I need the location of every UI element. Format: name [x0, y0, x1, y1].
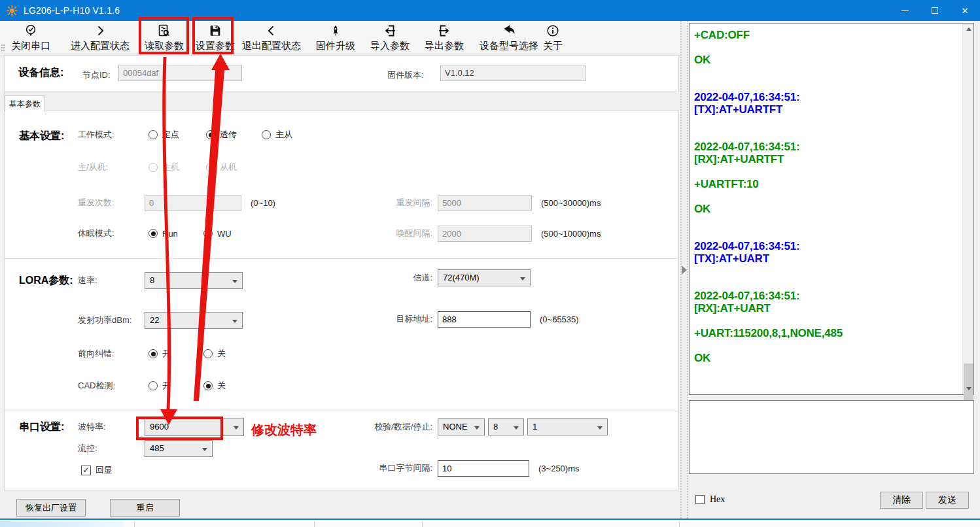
factory-reset-button[interactable]: 恢复出厂设置 [16, 499, 86, 517]
toolbar-label: 退出配置状态 [239, 40, 304, 52]
tx-power-label: 发射功率dBm: [78, 314, 145, 326]
toolbar-label: 设置参数 [194, 40, 236, 52]
toolbar-exit-config-button[interactable]: 退出配置状态 [239, 23, 304, 52]
radio-master-slave-mode[interactable]: 主从 [262, 129, 292, 141]
target-address-input[interactable]: 888 [438, 311, 531, 328]
byte-interval-hint: (3~250)ms [538, 464, 580, 473]
chevron-down-icon [514, 426, 519, 430]
byte-interval-label: 串口字节间隔: [369, 462, 432, 474]
device-info-title: 设备信息: [18, 66, 63, 80]
status-progress-segment [0, 521, 124, 527]
toolbar-label: 固件升级 [314, 40, 357, 52]
floppy-save-icon [194, 23, 236, 40]
pin-check-icon [9, 23, 52, 40]
clear-button[interactable]: 清除 [880, 492, 923, 509]
radio-transparent[interactable]: 透传 [206, 129, 262, 141]
baud-row: 波特率: 9600 [78, 418, 244, 435]
target-address-hint: (0~65535) [540, 314, 579, 324]
scroll-down-icon[interactable] [963, 383, 974, 394]
toolbar-label: 关闭串口 [9, 40, 52, 52]
toolbar-label: 设备型号选择 [477, 40, 541, 52]
radio-cad-off[interactable]: 关 [203, 380, 226, 392]
maximize-button[interactable] [920, 0, 950, 21]
send-button[interactable]: 发送 [926, 492, 969, 509]
restart-button[interactable]: 重启 [110, 499, 180, 517]
sleep-mode-label: 休眠模式: [78, 228, 145, 239]
parity-select[interactable]: NONE [438, 418, 485, 435]
tab-basic-params[interactable]: 基本参数 [5, 95, 45, 112]
fec-row: 前向纠错: 开 关 [78, 345, 226, 362]
toolbar-set-params-button[interactable]: 设置参数 [194, 23, 236, 52]
toolbar-label: 导出参数 [423, 40, 466, 52]
toolbar-firmware-upgrade-button[interactable]: 固件升级 [314, 23, 357, 52]
send-input-box[interactable] [689, 400, 974, 474]
parity-label: 校验/数据/停止: [369, 421, 432, 433]
log-output-box[interactable]: +CAD:OFF OK 2022-04-07,16:34:51:[TX]:AT+… [689, 23, 974, 395]
echo-checkbox[interactable]: ✓ [81, 466, 91, 475]
chevron-down-icon [232, 280, 237, 283]
log-lines: +CAD:OFF OK 2022-04-07,16:34:51:[TX]:AT+… [690, 24, 962, 394]
channel-select[interactable]: 72(470M) [438, 269, 531, 286]
cad-row: CAD检测: 开 关 [78, 377, 226, 394]
byte-interval-input[interactable]: 10 [438, 460, 529, 477]
tx-power-select[interactable]: 22 [145, 312, 243, 329]
close-button[interactable]: ✕ [950, 0, 980, 21]
radio-cad-on[interactable]: 开 [149, 380, 203, 392]
scroll-up-icon[interactable] [963, 24, 974, 35]
toolbar-export-params-button[interactable]: 导出参数 [423, 23, 466, 52]
echo-label: 回显 [96, 464, 113, 476]
maximize-icon [932, 7, 938, 14]
flow-control-label: 流控: [78, 443, 145, 454]
parity-row: 校验/数据/停止: NONE 8 1 [369, 418, 608, 435]
chevron-right-icon [68, 23, 132, 40]
export-arrow-icon [423, 23, 466, 40]
splitter-collapse-icon[interactable] [682, 265, 687, 275]
flow-control-select[interactable]: 485 [145, 440, 213, 457]
channel-label: 信道: [369, 272, 432, 284]
window-title: LG206-L-P-H10 V1.1.6 [24, 5, 120, 16]
rocket-icon [314, 23, 357, 40]
info-icon [540, 23, 565, 40]
firmware-label: 固件版本: [387, 69, 424, 81]
baud-select[interactable]: 9600 [145, 418, 244, 436]
toolbar-read-params-button[interactable]: 读取参数 [143, 23, 186, 52]
radio-run[interactable]: Run [149, 229, 203, 239]
data-bits-select[interactable]: 8 [488, 418, 524, 435]
toolbar-device-model-button[interactable]: 设备型号选择 [477, 23, 541, 52]
rate-label: 速率: [78, 275, 145, 286]
toolbar-close-serial-button[interactable]: 关闭串口 [9, 23, 52, 52]
chevron-down-icon [202, 448, 207, 451]
radio-fixed-point[interactable]: 定点 [149, 129, 206, 141]
toolbar-import-params-button[interactable]: 导入参数 [368, 23, 411, 52]
toolbar-enter-config-button[interactable]: 进入配置状态 [68, 23, 132, 52]
chevron-down-icon [234, 426, 239, 430]
toolbar-about-button[interactable]: 关于 [540, 23, 565, 52]
radio-fec-on[interactable]: 开 [149, 348, 203, 360]
echo-row: ✓ 回显 [81, 462, 113, 479]
section-divider [5, 258, 678, 259]
node-id-field: 00054daf [118, 65, 242, 81]
title-bar: LG206-L-P-H10 V1.1.6 ✕ [0, 0, 980, 21]
rate-select[interactable]: 8 [145, 272, 243, 289]
doc-search-icon [143, 23, 186, 40]
tab-strip: 基本参数 [5, 92, 679, 111]
radio-fec-off[interactable]: 关 [203, 348, 226, 360]
baud-label: 波特率: [78, 421, 145, 433]
minimize-icon [901, 10, 909, 11]
chevron-left-icon [239, 23, 304, 40]
sleep-mode-row: 休眠模式: Run WU [78, 225, 232, 242]
hex-option: Hex [695, 494, 725, 505]
stop-bits-select[interactable]: 1 [527, 418, 608, 435]
lora-section-title: LORA参数: [19, 274, 73, 288]
resend-interval-field: 5000 [438, 195, 532, 211]
section-divider [5, 411, 678, 411]
toolbar-label: 关于 [540, 40, 565, 52]
minimize-button[interactable] [890, 0, 920, 21]
target-address-label: 目标地址: [369, 313, 432, 325]
close-icon: ✕ [962, 6, 969, 16]
log-scrollbar[interactable] [962, 24, 973, 394]
toolbar-grip[interactable] [1, 44, 5, 51]
resend-count-field: 0 [145, 195, 241, 211]
hex-checkbox[interactable] [695, 495, 705, 504]
radio-wu[interactable]: WU [203, 229, 232, 239]
